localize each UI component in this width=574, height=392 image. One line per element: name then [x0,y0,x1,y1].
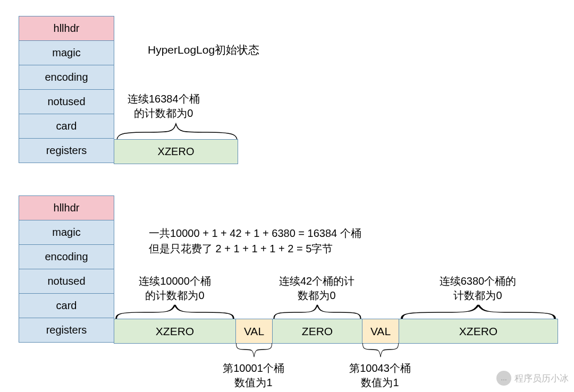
struct-field-encoding: encoding [19,244,114,269]
register-cell-4: XZERO [399,319,558,344]
brace-icon [272,302,362,320]
top-caption-2: 连续42个桶的计数都为0 [279,274,354,303]
struct-field-registers: registers [19,138,114,163]
register-cell-0: XZERO [114,319,236,344]
brace-icon [114,302,236,320]
struct-field-hllhdr: hllhdr [19,16,114,41]
top-caption-0: 连续10000个桶的计数都为0 [139,274,211,303]
bottom-caption-1: 第10001个桶数值为1 [223,361,284,390]
brace-icon [362,342,399,360]
register-cell-3: VAL [362,319,399,344]
register-cell-2: ZERO [272,319,362,344]
struct-field-registers: registers [19,318,114,343]
diagram1-title: HyperLogLog初始状态 [148,42,259,57]
bottom-caption-3: 第10043个桶数值为1 [349,361,411,390]
struct-field-card: card [19,293,114,318]
brace-icon [116,121,238,142]
struct-field-magic: magic [19,220,114,245]
wechat-icon: … [496,371,511,386]
diagram1-caption: 连续16384个桶的计数都为0 [128,92,200,121]
watermark: … 程序员历小冰 [496,371,569,386]
struct-field-magic: magic [19,40,114,65]
struct-field-notused: notused [19,89,114,114]
diagram2-title: 一共10000 + 1 + 42 + 1 + 6380 = 16384 个桶但是… [149,226,361,257]
brace-icon [399,302,558,320]
registers-row: XZEROVALZEROVALXZERO [114,319,558,344]
watermark-text: 程序员历小冰 [514,372,569,385]
top-caption-4: 连续6380个桶的计数都为0 [440,274,517,303]
struct-field-hllhdr: hllhdr [19,195,114,220]
register-cell-1: VAL [235,319,273,344]
hllhdr-struct-initial: hllhdrmagicencodingnotusedcardregisters [19,16,114,163]
struct-field-encoding: encoding [19,65,114,90]
struct-field-notused: notused [19,269,114,294]
struct-field-card: card [19,114,114,139]
hllhdr-struct-example: hllhdrmagicencodingnotusedcardregisters [19,195,114,343]
xzero-cell-initial: XZERO [114,139,238,164]
brace-icon [235,342,273,360]
